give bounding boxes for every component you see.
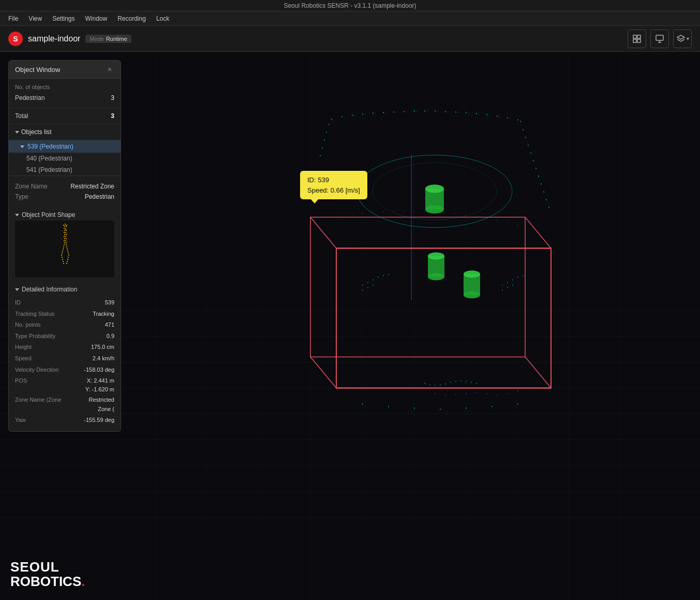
detail-zone-val: Restricted Zone (: [77, 396, 114, 414]
svg-rect-126: [523, 275, 524, 276]
menu-view[interactable]: View: [24, 14, 46, 23]
svg-rect-157: [476, 392, 477, 393]
svg-rect-92: [466, 408, 467, 409]
menu-bar: File View Settings Window Recording Lock: [0, 11, 700, 26]
svg-rect-127: [502, 290, 503, 291]
svg-rect-179: [64, 236, 65, 237]
logo-robotics-line: ROBOTICS.: [10, 574, 85, 590]
detailed-info-header[interactable]: Detailed Information: [9, 282, 121, 295]
svg-rect-71: [520, 121, 521, 122]
svg-rect-202: [67, 259, 68, 260]
svg-rect-194: [67, 251, 68, 252]
menu-lock[interactable]: Lock: [152, 14, 173, 23]
svg-rect-119: [362, 290, 363, 291]
object-item-541[interactable]: 541 (Pedestrian): [9, 164, 121, 175]
svg-rect-111: [507, 223, 508, 223]
svg-rect-101: [404, 211, 404, 212]
svg-rect-56: [365, 114, 365, 115]
detail-zone-key: Zone Name (Zone: [15, 396, 77, 414]
svg-rect-65: [458, 112, 458, 113]
svg-rect-162: [528, 388, 529, 389]
svg-rect-45: [445, 111, 446, 112]
menu-recording[interactable]: Recording: [113, 14, 150, 23]
logo-robotics: ROBOTICS: [10, 574, 81, 589]
point-shape-header[interactable]: Object Point Shape: [9, 207, 121, 221]
svg-rect-78: [538, 176, 539, 177]
svg-rect-77: [535, 168, 537, 169]
svg-rect-123: [507, 282, 508, 283]
svg-rect-79: [541, 184, 542, 185]
pedestrian-count: 3: [111, 94, 114, 101]
svg-rect-196: [68, 253, 69, 254]
objects-list-header[interactable]: Objects list: [9, 124, 121, 140]
object-541-label: 541 (Pedestrian): [26, 166, 72, 173]
total-label: Total: [15, 112, 28, 120]
svg-rect-173: [64, 230, 65, 231]
svg-rect-175: [64, 232, 65, 233]
svg-rect-203: [63, 261, 64, 262]
svg-rect-128: [507, 287, 508, 288]
total-row: Total 3: [9, 108, 121, 124]
menu-settings[interactable]: Settings: [48, 14, 79, 23]
svg-rect-114: [367, 282, 368, 283]
svg-rect-159: [497, 395, 498, 396]
detail-speed-val: 2.4 km/h: [77, 354, 114, 363]
svg-rect-172: [65, 228, 66, 229]
svg-rect-83: [329, 124, 330, 125]
object-540-label: 540 (Pedestrian): [26, 155, 72, 162]
svg-rect-183: [64, 240, 65, 241]
svg-rect-168: [66, 225, 67, 226]
svg-rect-2: [633, 39, 636, 42]
collapse-icon: [15, 131, 19, 134]
panel-header: Object Window ×: [9, 61, 121, 79]
pedestrian-count-row: Pedestrian 3: [15, 93, 114, 103]
zone-name-key: Zone Name: [15, 183, 48, 190]
layers-button[interactable]: ▾: [673, 30, 692, 48]
svg-rect-44: [435, 111, 436, 112]
svg-rect-46: [455, 112, 456, 113]
svg-rect-117: [383, 275, 384, 276]
svg-rect-122: [502, 285, 503, 286]
svg-rect-209: [62, 239, 62, 239]
svg-rect-112: [517, 225, 518, 226]
svg-rect-191: [63, 248, 64, 250]
svg-rect-140: [476, 383, 477, 384]
svg-rect-185: [64, 242, 65, 243]
panel-body[interactable]: No. of objects Pedestrian 3 Total 3 Obje…: [9, 79, 121, 431]
svg-rect-60: [406, 112, 407, 112]
detail-pos-key: POS: [15, 376, 77, 393]
svg-rect-94: [517, 404, 518, 405]
svg-rect-189: [63, 246, 64, 247]
svg-rect-113: [362, 285, 363, 286]
objects-list-label: Objects list: [21, 128, 52, 136]
svg-rect-57: [375, 113, 376, 114]
panel-close-button[interactable]: ×: [105, 65, 114, 74]
svg-rect-73: [525, 137, 526, 138]
menu-window[interactable]: Window: [81, 14, 112, 23]
svg-rect-207: [62, 231, 63, 231]
grid-view-button[interactable]: [628, 30, 646, 48]
object-item-539[interactable]: 539 (Pedestrian): [9, 140, 121, 153]
object-item-540[interactable]: 540 (Pedestrian): [9, 153, 121, 164]
svg-rect-180: [65, 236, 66, 237]
svg-rect-118: [388, 274, 389, 275]
detail-id-key: ID: [15, 298, 77, 308]
svg-rect-102: [414, 211, 414, 212]
viewport[interactable]: ID: 539 Speed: 0.66 [m/s] Object Window …: [0, 52, 700, 600]
svg-rect-85: [324, 140, 325, 141]
svg-rect-47: [466, 112, 467, 113]
svg-rect-38: [373, 113, 374, 114]
svg-rect-182: [66, 238, 67, 239]
type-key: Type: [15, 193, 28, 200]
svg-rect-131: [429, 385, 430, 386]
title-text: Seoul Robotics SENSR - v3.1.1 (sample-in…: [284, 2, 416, 9]
bottom-logo: SEOUL ROBOTICS.: [10, 560, 85, 590]
svg-rect-35: [341, 116, 342, 118]
svg-rect-41: [404, 111, 405, 112]
detail-points-val: 471: [77, 320, 114, 330]
detail-tracking-val: Tracking: [77, 310, 114, 319]
svg-rect-108: [476, 216, 476, 217]
zone-name-value: Restricted Zone: [70, 183, 114, 190]
monitor-button[interactable]: [650, 30, 669, 48]
menu-file[interactable]: File: [4, 14, 22, 23]
